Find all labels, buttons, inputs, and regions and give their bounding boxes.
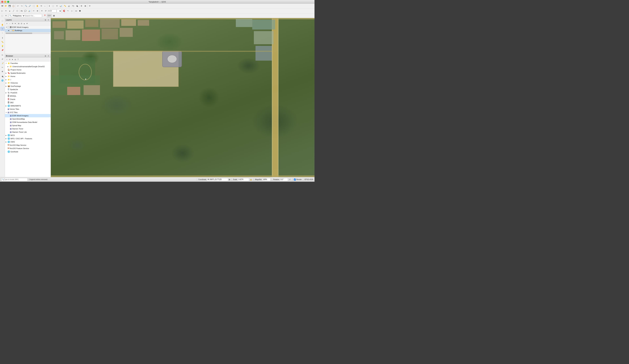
scale-input[interactable] [238, 178, 249, 181]
minimize-button[interactable] [4, 1, 6, 3]
layer-visibility-checkbox[interactable] [7, 26, 9, 28]
epsg-container[interactable]: EPSG:4326 [305, 179, 313, 180]
tree-stamen-toner-lite[interactable]: ▶ ▦ Stamen Toner Lite [5, 130, 51, 134]
python-button[interactable]: Py [71, 4, 75, 8]
layers-panel-header[interactable]: Layers ⊞ ✕ [5, 18, 51, 22]
identify-tool[interactable]: ℹ [0, 36, 4, 40]
tree-volumes[interactable]: ▶ 📁 /Volumes [5, 81, 51, 85]
move-up-button[interactable]: ▲ [23, 22, 25, 25]
deselect-button[interactable]: ✕ [55, 4, 59, 8]
magnifier-input[interactable] [262, 178, 270, 181]
label-button[interactable]: Aa [20, 9, 23, 13]
add-layer-button[interactable]: + [5, 22, 8, 25]
browser-add-button[interactable]: + [5, 58, 8, 61]
edit-button[interactable]: ✏ [4, 9, 8, 13]
annotation-button[interactable]: 💬 [24, 9, 27, 13]
undo-button[interactable]: ↩ [16, 4, 20, 8]
add-point-button[interactable]: ● [8, 9, 11, 13]
rotation-reset-button[interactable]: ↺ [289, 178, 291, 181]
zoom-full-button[interactable]: ⛶ [32, 4, 35, 8]
epsg-value[interactable]: EPSG:4326 [305, 179, 313, 180]
attribute-table-button[interactable]: 📊 [59, 4, 62, 8]
pan-map-tool[interactable]: ✋ [0, 23, 4, 27]
render-checkbox[interactable] [294, 179, 296, 181]
layer-esri-world-imagery[interactable]: ▼ 🖼 ESRI World Imagery [5, 25, 51, 29]
remove-layer-button[interactable]: − [8, 22, 11, 25]
tree-wcs[interactable]: ▶ 🌐 WCS [5, 134, 51, 137]
tree-oracle[interactable]: ▶ 🗄 Oracle [5, 98, 51, 101]
tree-esri-imagery[interactable]: ▶ ▦ ESRI World Imagery [5, 114, 51, 117]
move-down-button[interactable]: ▼ [26, 22, 28, 25]
layer-properties-button[interactable]: ⚙ [11, 22, 14, 25]
select-features-tool[interactable]: ⬚ [0, 19, 4, 23]
filter-layers-button[interactable]: ▼ [14, 22, 16, 25]
tree-home[interactable]: ▶ 📁 Home [5, 75, 51, 78]
map-tips-button[interactable]: 📍 [43, 14, 47, 17]
tree-stamen-toner[interactable]: ▶ ▦ Stamen Toner [5, 127, 51, 130]
tree-project-home[interactable]: ▶ 🏠 Project Home [5, 68, 51, 71]
settings-button[interactable]: 🛠 [83, 4, 87, 8]
zoom-in-button[interactable]: 🔍 [24, 4, 28, 8]
browser-filter-button[interactable]: ▼ [11, 58, 14, 61]
deselect-all-button[interactable]: ✕ [4, 14, 8, 17]
browser-panel-header[interactable]: Browser ⊞ ✕ [5, 54, 51, 58]
edc-button[interactable]: EDC [47, 14, 52, 17]
geometry-button[interactable]: ⬟ [78, 9, 82, 13]
browser-collapse-button[interactable]: ⊟ [14, 58, 16, 61]
zoom-out-tool[interactable]: − [0, 31, 4, 35]
tree-osm-humanitarian[interactable]: ▶ ▦ OSM Humanitarian Data Model [5, 121, 51, 124]
measure-tool[interactable]: 📏 [0, 40, 4, 44]
browser-close-button[interactable]: ✕ [47, 55, 50, 57]
coordinate-icon[interactable]: ⊕ [229, 178, 230, 181]
rotation-status-input[interactable] [280, 178, 288, 181]
buildings-visibility-checkbox[interactable] [10, 29, 12, 31]
tree-favorites[interactable]: ▼ ⭐ Favorites [5, 62, 51, 65]
zoom-selection-button[interactable]: ↔ [43, 4, 47, 8]
digitize-button[interactable]: ✦ [40, 9, 44, 13]
print-button[interactable]: 🖨 [67, 4, 71, 8]
map-tips-tool[interactable]: 💡 [0, 44, 4, 48]
browser-help-button[interactable]: ? [17, 58, 19, 61]
add-polygon-button[interactable]: ⬡ [15, 9, 19, 13]
panel-float-button[interactable]: ⊞ [44, 18, 47, 21]
tree-ows[interactable]: ▶ 🌐 OWS [5, 140, 51, 143]
select-tool-button[interactable]: ⬚ [0, 14, 4, 17]
unit-dropdown[interactable]: px [57, 9, 62, 13]
save-as-button[interactable]: 📋 [12, 4, 15, 8]
grid-button[interactable]: ▦ [52, 14, 56, 17]
tree-wms-wmts[interactable]: ▶ 🌐 WMS/WMTS [5, 104, 51, 108]
scale-lock-button[interactable]: 🔒 [250, 178, 252, 181]
browser-float-button[interactable]: ⊞ [44, 55, 47, 57]
trace-button[interactable]: 〜 [66, 9, 70, 13]
browser-tree[interactable]: ▼ ⭐ Favorites ▶ 📁 /Users/codrinamariaiil… [5, 62, 51, 177]
measure-button[interactable]: 📏 [63, 4, 67, 8]
expand-all-button[interactable]: ⊞ [17, 22, 20, 25]
tree-xyz-tiles[interactable]: ▼ ▦ XYZ Tiles [5, 111, 51, 114]
zoom-out-button[interactable]: 🔎 [28, 4, 32, 8]
tree-vector-tiles[interactable]: ▶ ▦ Vector Tiles [5, 108, 51, 111]
coordinate-input[interactable] [207, 178, 228, 181]
traffic-lights[interactable] [1, 1, 9, 3]
select-feature-button[interactable]: ▷ [0, 9, 4, 13]
processing-button[interactable]: ⚙ [80, 4, 83, 8]
zoom-layer-button[interactable]: ⟲ [39, 4, 43, 8]
panel-close-button[interactable]: ✕ [47, 18, 50, 21]
tree-spinal-map[interactable]: ▶ ▦ Spinal Map [5, 124, 51, 127]
refresh-button[interactable]: ⟳ [88, 4, 91, 8]
split-button[interactable]: ✂ [32, 9, 35, 13]
tree-mssql[interactable]: ▶ 🗄 MSSQL [5, 94, 51, 98]
tree-root[interactable]: ▶ 📁 / [5, 78, 51, 81]
collapse-all-button[interactable]: ⊟ [20, 22, 23, 25]
diagram-button[interactable]: 📊 [27, 9, 31, 13]
tree-db2[interactable]: ▶ 🗄 DB2 [5, 101, 51, 104]
add-line-button[interactable]: ╱ [12, 9, 15, 13]
pan-button[interactable]: ✋ [35, 4, 39, 8]
locate-input[interactable] [4, 179, 25, 180]
redo-button[interactable]: ↪ [20, 4, 23, 8]
edit-attributes-tool[interactable]: 📝 [0, 61, 4, 65]
tree-wfs[interactable]: ▶ 🌐 WFS / OGC API - Features [5, 137, 51, 140]
tree-google-drive[interactable]: ▶ 📁 /Users/codrinamariaiilie/Google Driv… [5, 65, 51, 68]
tree-geonode[interactable]: ▶ 🌐 GeoNode [5, 150, 51, 153]
browser-refresh-button[interactable]: ⟳ [8, 58, 11, 61]
tree-arcgis-map[interactable]: ▶ 🗺 ArcGIS Map Service [5, 143, 51, 147]
